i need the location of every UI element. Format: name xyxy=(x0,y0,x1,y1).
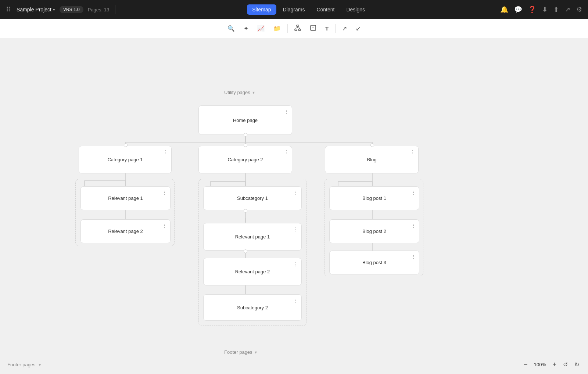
version-badge: VRS 1.0 xyxy=(60,6,83,13)
select-tool[interactable]: ✦ xyxy=(240,23,252,34)
nav-sitemap[interactable]: Sitemap xyxy=(247,4,276,15)
text-tool[interactable]: T xyxy=(322,23,332,34)
node-cat1-menu[interactable]: ⋮ xyxy=(163,149,168,155)
upload-icon[interactable]: ⬆ xyxy=(553,6,559,14)
zoom-in-button[interactable]: + xyxy=(551,360,558,369)
node-blogpost2-menu[interactable]: ⋮ xyxy=(411,223,416,229)
chart-tool[interactable]: 📈 xyxy=(254,23,268,34)
comment-icon[interactable]: 💬 xyxy=(514,6,522,14)
node-cat2-menu[interactable]: ⋮ xyxy=(284,149,289,155)
toolbar-separator-1 xyxy=(287,24,288,33)
help-icon[interactable]: ❓ xyxy=(528,6,536,14)
node-subcat1[interactable]: Subcategory 1 ⋮ xyxy=(203,186,302,210)
chevron-down-icon: ▾ xyxy=(53,7,55,12)
arrow-down-tool[interactable]: ↙ xyxy=(352,23,364,34)
node-rel1-cat1[interactable]: Relevant page 1 ⋮ xyxy=(80,186,171,210)
connector-dot-cat2-top xyxy=(244,143,247,147)
hierarchy-tool[interactable] xyxy=(291,22,305,35)
pages-count: Pages: 13 xyxy=(88,7,110,12)
settings-icon[interactable]: ⚙ xyxy=(576,6,582,14)
connector-dot-home-bottom xyxy=(244,133,247,137)
svg-rect-0 xyxy=(297,25,299,26)
nav-content[interactable]: Content xyxy=(311,4,340,15)
node-blogpost3-menu[interactable]: ⋮ xyxy=(411,254,416,260)
footer-section-label-area: Footer pages ▾ xyxy=(7,362,41,367)
zoom-out-button[interactable]: − xyxy=(522,360,529,369)
top-navigation: ⠿ Sample Project ▾ VRS 1.0 Pages: 13 Sit… xyxy=(0,0,588,19)
node-blogpost2[interactable]: Blog post 2 ⋮ xyxy=(329,219,419,243)
nav-separator xyxy=(115,5,115,14)
svg-rect-1 xyxy=(295,29,297,30)
node-rel2-cat1[interactable]: Relevant page 2 ⋮ xyxy=(80,219,171,243)
utility-pages-label: Utility pages ▾ xyxy=(224,90,255,95)
grid-icon: ⠿ xyxy=(6,6,11,14)
node-rel2-cat2-menu[interactable]: ⋮ xyxy=(293,261,298,267)
node-home-menu[interactable]: ⋮ xyxy=(284,109,289,115)
download-icon[interactable]: ⬇ xyxy=(542,6,548,14)
footer-label-text: Footer pages xyxy=(7,362,36,367)
search-tool[interactable]: 🔍 xyxy=(224,23,239,34)
svg-rect-2 xyxy=(298,29,301,30)
footer-pages-label: Footer pages ▾ xyxy=(224,349,257,355)
node-home[interactable]: Home page ⋮ xyxy=(198,105,292,135)
node-cat1[interactable]: Category page 1 ⋮ xyxy=(79,146,172,173)
header-actions: 🔔 💬 ❓ ⬇ ⬆ ↗ ⚙ xyxy=(500,6,582,14)
node-subcat1-menu[interactable]: ⋮ xyxy=(293,190,298,195)
share-icon[interactable]: ↗ xyxy=(565,6,570,14)
node-blog[interactable]: Blog ⋮ xyxy=(325,146,419,173)
footer-chevron-icon: ▾ xyxy=(255,350,257,355)
canvas: Utility pages ▾ Home page ⋮ Category pag… xyxy=(0,38,588,374)
connector-dot-subcat1-bottom xyxy=(244,209,247,213)
zoom-controls: − 100% + ↺ ↻ xyxy=(522,360,581,369)
square-tool[interactable] xyxy=(306,22,320,35)
utility-chevron-icon: ▾ xyxy=(252,90,255,95)
connector-dot-rel1cat2-bottom xyxy=(244,249,247,253)
node-cat2[interactable]: Category page 2 ⋮ xyxy=(198,146,292,173)
connector-dot-blog-top xyxy=(370,143,374,147)
undo-button[interactable]: ↺ xyxy=(562,360,569,369)
node-subcat2-menu[interactable]: ⋮ xyxy=(293,298,298,303)
toolbar: 🔍 ✦ 📈 📁 T ↗ ↙ xyxy=(0,19,588,38)
footer-chevron-icon: ▾ xyxy=(39,362,41,367)
project-name[interactable]: Sample Project ▾ xyxy=(17,7,55,12)
node-blog-menu[interactable]: ⋮ xyxy=(410,149,415,155)
node-subcat2[interactable]: Subcategory 2 ⋮ xyxy=(203,294,302,321)
node-blogpost3[interactable]: Blog post 3 ⋮ xyxy=(329,251,419,274)
bottom-bar: Footer pages ▾ − 100% + ↺ ↻ xyxy=(0,355,588,374)
redo-button[interactable]: ↻ xyxy=(573,360,581,369)
node-rel1-cat2[interactable]: Relevant page 1 ⋮ xyxy=(203,223,302,251)
zoom-level: 100% xyxy=(533,362,547,367)
node-rel1-cat1-menu[interactable]: ⋮ xyxy=(162,190,167,195)
node-rel2-cat2[interactable]: Relevant page 2 ⋮ xyxy=(203,258,302,285)
toolbar-separator-2 xyxy=(335,24,336,33)
node-rel2-cat1-menu[interactable]: ⋮ xyxy=(162,223,167,229)
connector-dot-cat1-top xyxy=(124,143,128,147)
folder-tool[interactable]: 📁 xyxy=(270,23,284,34)
arrow-up-tool[interactable]: ↗ xyxy=(338,23,351,34)
main-navigation: Sitemap Diagrams Content Designs xyxy=(121,4,496,15)
nav-diagrams[interactable]: Diagrams xyxy=(278,4,310,15)
node-rel1-cat2-menu[interactable]: ⋮ xyxy=(293,226,298,232)
nav-designs[interactable]: Designs xyxy=(341,4,370,15)
node-blogpost1[interactable]: Blog post 1 ⋮ xyxy=(329,186,419,210)
notification-icon[interactable]: 🔔 xyxy=(500,6,508,14)
node-blogpost1-menu[interactable]: ⋮ xyxy=(411,190,416,195)
